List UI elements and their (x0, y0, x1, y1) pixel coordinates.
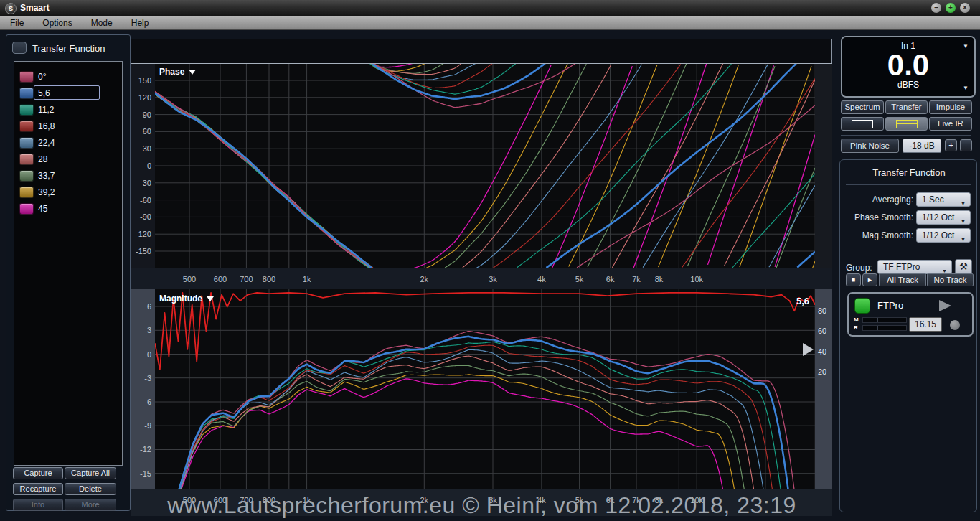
input-select-dropdown-icon[interactable]: ▼ (963, 43, 969, 50)
capture-button[interactable]: Capture (13, 467, 63, 479)
mag-tick--6: -6 (131, 398, 151, 406)
trace-label: 11,2 (38, 105, 54, 115)
cursor-marker-icon[interactable] (803, 343, 814, 356)
cursor-trace-readout: 5,6 (781, 296, 809, 306)
coherence-tick-20: 20 (818, 367, 826, 376)
mag-tick--15: -15 (131, 469, 151, 478)
tab-transfer[interactable]: Transfer (885, 100, 928, 114)
coherence-tick-80: 80 (818, 306, 826, 315)
trace-color-swatch (19, 104, 34, 116)
mag-tick-3: 3 (131, 326, 151, 334)
tab-impulse[interactable]: Impulse (929, 100, 972, 114)
phasesmooth-dropdown[interactable]: 1/12 Oct▼ (916, 210, 971, 225)
trace-label: 39,2 (38, 187, 55, 197)
meter-m-label: M (854, 316, 859, 323)
trace-row[interactable]: 33,7 (14, 168, 122, 184)
ftpro-play-icon[interactable] (939, 300, 951, 311)
chevron-down-icon: ▼ (961, 233, 966, 246)
magnitude-title-dropdown-icon (207, 296, 214, 301)
panel-toggle-button[interactable] (12, 42, 27, 54)
trace-row[interactable]: 0° (14, 69, 122, 85)
pink-noise-button[interactable]: Pink Noise (841, 139, 899, 153)
live-ir-button[interactable]: Live IR (929, 117, 972, 131)
freq-tick-4k: 4k (537, 275, 546, 283)
ftpro-group-box: FTPro M R 16.15 (847, 292, 974, 337)
freq-tick-7k: 7k (632, 275, 641, 283)
play-button[interactable]: ► (862, 273, 877, 286)
menu-item-file[interactable]: File (10, 18, 24, 28)
magsmooth-dropdown[interactable]: 1/12 Oct▼ (916, 228, 971, 243)
menu-item-mode[interactable]: Mode (91, 18, 113, 28)
level-increase-button[interactable]: + (945, 139, 957, 151)
ftpro-active-led[interactable] (854, 298, 870, 314)
dual-pane-view-button[interactable] (885, 117, 928, 131)
freq-tick-500: 500 (183, 496, 196, 504)
meter-r-label: R (854, 324, 858, 331)
level-decrease-button[interactable]: - (960, 139, 972, 151)
trace-color-swatch (19, 88, 34, 99)
trace-path (155, 365, 815, 489)
single-pane-view-button[interactable] (841, 117, 884, 131)
trace-row[interactable]: 39,2 (14, 184, 122, 201)
group-settings-button[interactable]: ⚒ (955, 259, 972, 275)
recapture-button[interactable]: Recapture (13, 483, 63, 495)
delay-status-icon[interactable] (950, 320, 960, 330)
delay-value-display[interactable]: 16.15 (909, 317, 942, 332)
panel-title: Transfer Function (32, 43, 105, 54)
magnitude-plot-title[interactable]: Magnitude (159, 294, 214, 304)
delete-button[interactable]: Delete (65, 483, 116, 495)
phase-tick--150: -150 (131, 247, 151, 255)
trace-label: 28 (38, 154, 47, 164)
phase-tick--30: -30 (131, 179, 151, 187)
trace-row[interactable]: 22,4 (14, 135, 122, 151)
freq-tick-6k: 6k (606, 275, 615, 283)
averaging-dropdown[interactable]: 1 Sec▼ (916, 192, 971, 207)
all-track-button[interactable]: All Track (879, 273, 926, 286)
close-button[interactable]: × (960, 3, 970, 13)
freq-tick-2k: 2k (420, 275, 428, 283)
freq-tick-600: 600 (214, 275, 227, 283)
control-sidebar: In 1 ▼ 0.0 dBFS ▼ SpectrumTransferImpuls… (837, 30, 980, 521)
coherence-tick-60: 60 (818, 327, 826, 335)
phase-title-dropdown-icon (189, 70, 196, 75)
phase-plot[interactable] (155, 63, 815, 268)
frequency-axis-bottom (131, 489, 832, 516)
freq-tick-10k: 10k (690, 496, 703, 504)
freq-tick-8k: 8k (655, 275, 664, 283)
chevron-down-icon: ▼ (961, 215, 966, 228)
trace-row[interactable]: 5,6 (14, 85, 122, 102)
capture-all-button[interactable]: Capture All (65, 467, 116, 479)
freq-tick-1k: 1k (303, 496, 311, 504)
trace-label: 22,4 (38, 138, 55, 148)
trace-row[interactable]: 28 (14, 151, 122, 168)
no-track-button[interactable]: No Track (927, 273, 974, 286)
ftpro-name: FTPro (877, 300, 903, 311)
plot-area: Phase Magnitude 5,6 www.Lautsprecherforu… (131, 39, 832, 516)
tab-spectrum[interactable]: Spectrum (841, 100, 884, 114)
trace-path (155, 345, 815, 489)
dual-pane-icon (896, 120, 918, 128)
trace-color-swatch (19, 170, 34, 182)
menu-item-options[interactable]: Options (42, 18, 72, 28)
input-unit-dropdown-icon[interactable]: ▼ (963, 85, 969, 91)
zoom-button[interactable]: + (946, 3, 956, 13)
group-dropdown[interactable]: TF FTPro▼ (877, 260, 952, 274)
more-button: More (65, 499, 116, 511)
trace-color-swatch (19, 121, 34, 132)
coherence-y-axis (815, 289, 832, 489)
stop-button[interactable]: ■ (846, 273, 861, 286)
phase-tick-120: 120 (131, 93, 151, 102)
phase-plot-title[interactable]: Phase (159, 67, 196, 77)
trace-row[interactable]: 45 (14, 201, 122, 217)
minimize-button[interactable]: – (931, 3, 941, 13)
phase-tick-0: 0 (131, 161, 151, 170)
trace-row[interactable]: 16,8 (14, 118, 122, 135)
freq-tick-3k: 3k (489, 275, 497, 283)
menu-item-help[interactable]: Help (131, 18, 149, 28)
info-button: Info (13, 499, 63, 511)
tf-controls-title: Transfer Function (840, 167, 978, 178)
magnitude-plot[interactable] (155, 289, 815, 489)
transfer-function-controls: Transfer Function Averaging:1 Sec▼Phase … (839, 159, 977, 512)
single-pane-icon (852, 120, 873, 128)
trace-row[interactable]: 11,2 (14, 102, 122, 118)
